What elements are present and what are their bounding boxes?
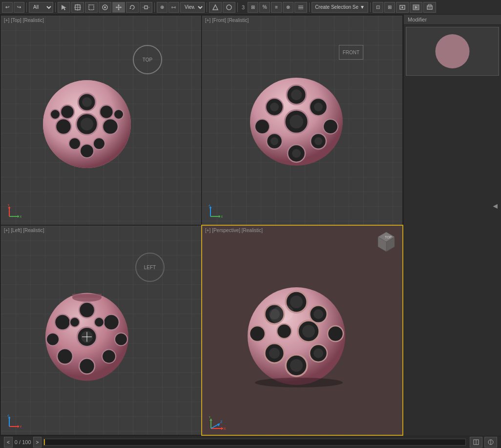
select-tool-button[interactable]: [58, 2, 70, 13]
svg-point-64: [314, 137, 322, 145]
front-view-object: [243, 73, 350, 176]
tool-d[interactable]: %: [259, 2, 270, 13]
scale-button[interactable]: [140, 2, 152, 13]
svg-marker-94: [8, 417, 11, 418]
filter-dropdown[interactable]: All: [29, 2, 53, 13]
move-button[interactable]: [112, 2, 125, 13]
svg-point-118: [290, 359, 303, 372]
svg-marker-10: [116, 6, 117, 8]
status-bar: < 0 / 100 >: [0, 436, 501, 448]
svg-point-116: [313, 348, 323, 358]
main-toolbar: ↩ ↪ All ⊕ ⧟ View: [0, 0, 501, 15]
tool-a[interactable]: [209, 2, 222, 13]
svg-point-32: [100, 105, 113, 119]
main-content: [+] [Top] [Realistic] TOP: [0, 15, 501, 436]
svg-point-76: [79, 302, 95, 318]
svg-point-36: [103, 119, 118, 134]
persp-sphere-svg: [240, 280, 353, 392]
undo-button[interactable]: ↩: [2, 2, 13, 13]
top-view-axis: X Y: [7, 204, 21, 219]
top-sphere-svg: [38, 75, 136, 173]
selection-set-button[interactable]: Create Selection Se ▼: [312, 2, 368, 13]
svg-point-101: [255, 378, 343, 387]
tool-c[interactable]: ⊞: [248, 2, 258, 13]
viewport-perspective[interactable]: [+] [Perspective] [Realistic] TOP: [202, 226, 402, 435]
svg-point-108: [250, 326, 265, 341]
svg-marker-68: [219, 215, 220, 218]
move-select-button[interactable]: [71, 2, 84, 13]
svg-point-5: [104, 6, 106, 8]
svg-point-41: [114, 109, 124, 119]
named-sel-button[interactable]: ⊡: [373, 2, 383, 13]
panel-collapse-button[interactable]: ◄: [491, 202, 499, 211]
separator-6: [309, 2, 310, 12]
transform-button[interactable]: [99, 2, 111, 13]
redo-button[interactable]: ↪: [14, 2, 24, 13]
snap-toggle-button[interactable]: ⊕: [157, 2, 167, 13]
svg-point-42: [50, 109, 60, 119]
svg-marker-11: [120, 6, 122, 8]
svg-text:Z: Z: [209, 204, 211, 207]
svg-point-62: [271, 137, 278, 145]
svg-point-107: [313, 309, 323, 319]
svg-text:X: X: [221, 215, 223, 218]
svg-point-31: [82, 97, 92, 107]
svg-point-103: [290, 296, 303, 308]
svg-text:X: X: [20, 215, 21, 218]
separator-7: [370, 2, 371, 12]
svg-text:Z: Z: [7, 414, 10, 417]
svg-marker-121: [221, 427, 223, 430]
modifier-preview-box: [406, 27, 499, 76]
left-view-axis: Y Z: [7, 414, 21, 429]
tool-e[interactable]: ≡: [271, 2, 282, 13]
svg-point-59: [290, 115, 303, 128]
view-dropdown[interactable]: View: [180, 2, 205, 13]
svg-point-66: [292, 149, 301, 158]
modifier-panel-header[interactable]: Modifier: [404, 15, 501, 25]
separator-1: [26, 2, 27, 12]
left-view-object: [36, 283, 138, 394]
svg-rect-75: [72, 294, 102, 298]
svg-point-85: [57, 349, 73, 364]
svg-point-54: [270, 103, 279, 111]
frame-position-label: 0 / 100: [15, 439, 31, 445]
svg-point-84: [115, 333, 127, 346]
perspective-nav-cube[interactable]: TOP: [374, 230, 398, 254]
print-button[interactable]: [423, 2, 436, 13]
render-setup-button[interactable]: [396, 2, 409, 13]
left-sphere-svg: [36, 283, 138, 393]
svg-text:Z: Z: [220, 420, 223, 424]
front-sphere-svg: [243, 73, 350, 175]
svg-rect-13: [145, 6, 147, 9]
svg-rect-3: [89, 5, 94, 10]
tool-g[interactable]: [294, 2, 307, 13]
timeline-track[interactable]: [43, 439, 466, 446]
viewport-front[interactable]: [+] [Front] [Realistic] FRONT: [202, 16, 402, 225]
bottom-tool-1[interactable]: [470, 437, 482, 448]
timeline-next-button[interactable]: >: [33, 437, 42, 448]
svg-text:Y: Y: [7, 204, 10, 207]
bottom-tool-2[interactable]: [484, 437, 497, 448]
mirror-button[interactable]: ⧟: [168, 2, 179, 13]
layers-button[interactable]: ⊞: [384, 2, 395, 13]
frame-separator: /: [19, 439, 21, 445]
svg-text:X: X: [224, 427, 226, 430]
timeline-prev-button[interactable]: <: [4, 437, 13, 448]
svg-marker-44: [18, 215, 19, 218]
svg-point-33: [61, 105, 74, 119]
svg-point-89: [94, 318, 104, 327]
svg-marker-8: [118, 4, 120, 6]
selection-set-dropdown-icon: ▼: [360, 4, 365, 10]
tool-b[interactable]: [223, 2, 235, 13]
modifier-preview-svg: [406, 27, 499, 75]
viewport-left[interactable]: [+] [Left] [Realistic] LEFT: [1, 226, 201, 435]
rect-select-button[interactable]: [85, 2, 98, 13]
tool-f[interactable]: ⊗: [283, 2, 293, 13]
render-button[interactable]: [410, 2, 422, 13]
svg-marker-47: [8, 207, 11, 208]
perspective-view-axis: X Y Z: [206, 416, 221, 431]
frame-total: 100: [22, 439, 31, 445]
rotate-button[interactable]: [126, 2, 139, 13]
frame-count-label: 3: [240, 4, 247, 10]
viewport-top[interactable]: [+] [Top] [Realistic] TOP: [1, 16, 201, 225]
